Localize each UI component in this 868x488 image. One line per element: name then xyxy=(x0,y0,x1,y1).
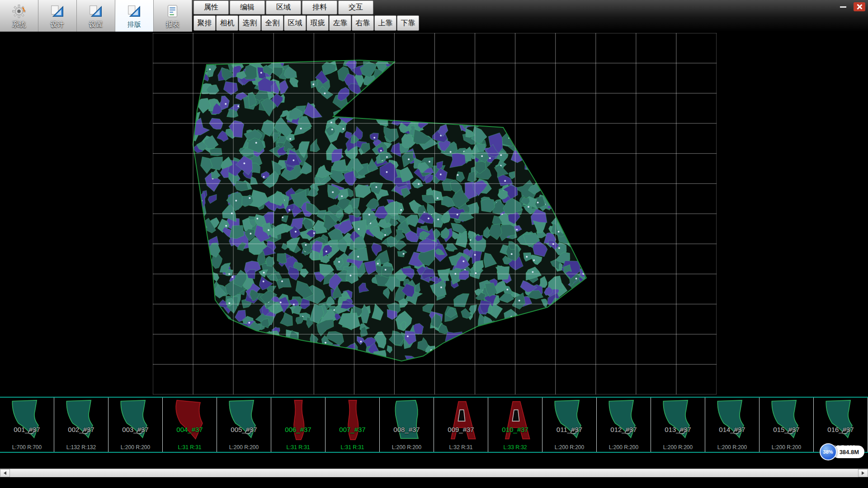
app-button-label: 设计 xyxy=(51,20,64,29)
piece-shape xyxy=(217,398,271,452)
piece-shape xyxy=(597,398,651,452)
app-toolbar: 系统 设计 设置 排版 报表 xyxy=(0,0,192,32)
piece-shape xyxy=(651,398,705,452)
piece-thumbnail[interactable]: 009_#37 L:32 R:31 xyxy=(434,398,488,452)
piece-shape xyxy=(380,398,434,452)
tool-button[interactable]: 上靠 xyxy=(374,15,396,31)
piece-size-label: L:32 R:31 xyxy=(434,444,488,450)
piece-size-label: L:200 R:200 xyxy=(597,444,651,450)
app-button[interactable]: 设置 xyxy=(77,0,115,32)
piece-thumbnail[interactable]: 010_#37 L:33 R:32 xyxy=(488,398,542,452)
scroll-track[interactable] xyxy=(10,469,858,477)
piece-shape xyxy=(542,398,596,452)
piece-shape xyxy=(488,398,542,452)
piece-thumbnail[interactable]: 012_#37 L:200 R:200 xyxy=(597,398,651,452)
piece-id-label: 001_#37 xyxy=(0,426,54,433)
piece-shape xyxy=(271,398,325,452)
tool-button[interactable]: 区域 xyxy=(284,15,306,31)
menu-tab[interactable]: 属性 xyxy=(193,0,229,14)
menu-tab[interactable]: 交互 xyxy=(338,0,373,14)
triangle-ruler-icon xyxy=(88,3,104,20)
piece-shape xyxy=(434,398,488,452)
window-controls xyxy=(836,2,865,11)
piece-size-label: L:200 R:200 xyxy=(217,444,271,450)
tool-button[interactable]: 选割 xyxy=(239,15,261,31)
app-button[interactable]: 报表 xyxy=(154,0,192,32)
piece-id-label: 012_#37 xyxy=(597,426,651,433)
app-button[interactable]: 设计 xyxy=(38,0,77,32)
piece-size-label: L:200 R:200 xyxy=(651,444,705,450)
app-window: 系统 设计 设置 排版 报表 属性编辑区域排料交互 聚排相机选割全割区域瑕疵左靠… xyxy=(0,0,868,488)
piece-id-label: 006_#37 xyxy=(271,426,325,433)
piece-id-label: 014_#37 xyxy=(705,426,759,433)
app-button-label: 设置 xyxy=(89,20,103,29)
piece-id-label: 003_#37 xyxy=(108,426,162,433)
progress-percent: 38% xyxy=(823,449,833,455)
menu-tab[interactable]: 编辑 xyxy=(230,0,265,14)
tool-button[interactable]: 全割 xyxy=(261,15,283,31)
piece-id-label: 011_#37 xyxy=(542,426,596,433)
tool-button[interactable]: 左靠 xyxy=(329,15,351,31)
right-arrow-icon xyxy=(862,471,864,475)
tool-button[interactable]: 聚排 xyxy=(193,15,216,31)
piece-id-label: 009_#37 xyxy=(434,426,488,433)
tool-button-row: 聚排相机选割全割区域瑕疵左靠右靠上靠下靠 xyxy=(193,15,420,31)
memory-label: 384.8M xyxy=(832,446,864,458)
piece-size-label: L:200 R:200 xyxy=(705,444,759,450)
tool-button[interactable]: 相机 xyxy=(216,15,238,31)
piece-id-label: 005_#37 xyxy=(217,426,271,433)
piece-thumbnail[interactable]: 003_#37 L:200 R:200 xyxy=(108,398,163,452)
close-button[interactable] xyxy=(854,2,865,11)
piece-thumbnail[interactable]: 007_#37 L:31 R:31 xyxy=(326,398,380,452)
left-arrow-icon xyxy=(4,471,6,475)
report-icon xyxy=(165,3,180,20)
minimize-button[interactable] xyxy=(836,2,850,11)
menu-tab[interactable]: 排料 xyxy=(302,0,337,14)
scroll-right-button[interactable] xyxy=(858,469,868,477)
app-button[interactable]: 排版 xyxy=(115,0,154,32)
tool-button[interactable]: 右靠 xyxy=(352,15,374,31)
piece-id-label: 007_#37 xyxy=(326,426,379,433)
triangle-ruler-icon xyxy=(50,3,65,20)
tool-button[interactable]: 瑕疵 xyxy=(307,15,329,31)
tool-button[interactable]: 下靠 xyxy=(397,15,419,31)
piece-shape xyxy=(705,398,759,452)
piece-thumbnail[interactable]: 002_#37 L:132 R:132 xyxy=(54,398,108,452)
piece-shape xyxy=(163,398,217,452)
piece-thumbnail[interactable]: 014_#37 L:200 R:200 xyxy=(705,398,760,452)
piece-thumbnail[interactable]: 001_#37 L:700 R:700 xyxy=(0,398,54,452)
minimize-icon xyxy=(840,6,846,8)
piece-thumbnail[interactable]: 011_#37 L:200 R:200 xyxy=(542,398,597,452)
piece-shape xyxy=(54,398,108,452)
piece-thumbnail[interactable]: 013_#37 L:200 R:200 xyxy=(651,398,705,452)
horizontal-scrollbar[interactable] xyxy=(0,469,868,477)
piece-size-label: L:33 R:32 xyxy=(488,444,542,450)
piece-id-label: 016_#37 xyxy=(814,426,868,433)
piece-thumbnail[interactable]: 005_#37 L:200 R:200 xyxy=(217,398,271,452)
piece-size-label: L:700 R:700 xyxy=(0,444,54,450)
app-button-label: 排版 xyxy=(127,20,141,29)
piece-size-label: L:31 R:31 xyxy=(326,444,379,450)
piece-shape xyxy=(108,398,162,452)
nesting-canvas[interactable] xyxy=(153,33,717,394)
piece-thumbnail[interactable]: 004_#37 L:31 R:31 xyxy=(163,398,217,452)
piece-size-label: L:200 R:200 xyxy=(108,444,162,450)
piece-thumbnail[interactable]: 015_#37 L:200 R:200 xyxy=(760,398,814,452)
piece-shape xyxy=(326,398,379,452)
piece-shape xyxy=(0,398,54,452)
piece-thumbnail[interactable]: 008_#37 L:200 R:200 xyxy=(380,398,434,452)
menu-tab-row: 属性编辑区域排料交互 xyxy=(193,0,374,15)
piece-thumbnail[interactable]: 006_#37 L:31 R:31 xyxy=(271,398,326,452)
close-icon xyxy=(856,4,863,10)
piece-size-label: L:200 R:200 xyxy=(380,444,434,450)
progress-circle: 38% xyxy=(820,443,837,460)
app-button-label: 系统 xyxy=(12,20,26,29)
piece-size-label: L:31 R:31 xyxy=(163,444,217,450)
scroll-left-button[interactable] xyxy=(0,469,10,477)
menu-tab[interactable]: 区域 xyxy=(266,0,301,14)
piece-thumbnail-strip: 001_#37 L:700 R:700 002_#37 L:132 R:132 … xyxy=(0,397,868,453)
piece-id-label: 008_#37 xyxy=(380,426,434,433)
triangle-ruler-icon xyxy=(127,3,142,20)
piece-id-label: 010_#37 xyxy=(488,426,542,433)
app-button[interactable]: 系统 xyxy=(0,0,38,32)
